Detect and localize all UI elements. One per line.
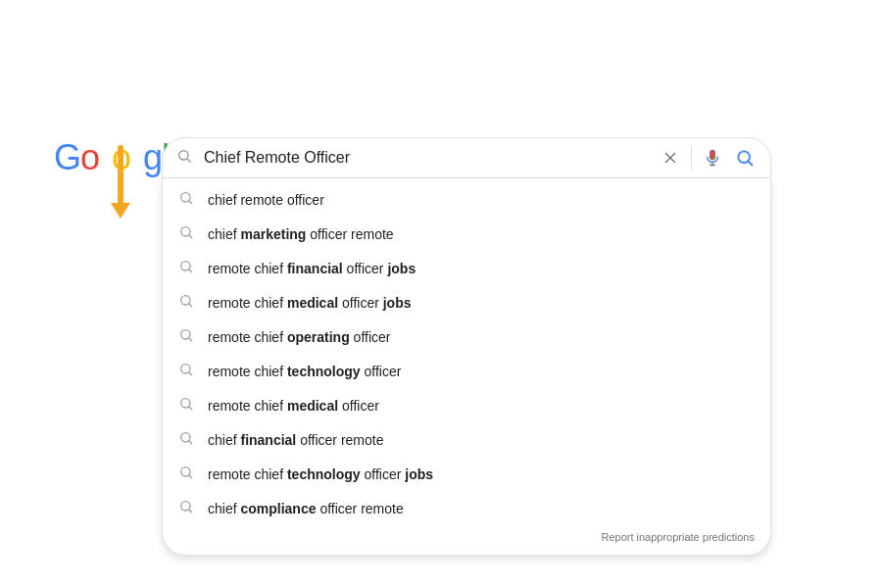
suggestion-3[interactable]: remote chief financial officer jobs (163, 251, 770, 285)
suggestion-search-icon-8 (178, 430, 194, 449)
suggestion-search-icon-1 (178, 190, 194, 209)
search-icon-left (176, 148, 192, 169)
suggestion-search-icon-5 (178, 327, 194, 346)
suggestion-search-icon-9 (178, 465, 194, 483)
suggestion-6[interactable]: remote chief technology officer (163, 354, 770, 388)
suggestion-text-4: remote chief medical officer jobs (208, 295, 412, 311)
suggestion-text-6: remote chief technology officer (208, 364, 401, 379)
suggestion-1[interactable]: chief remote officer (163, 182, 770, 217)
svg-line-3 (187, 159, 190, 162)
suggestion-search-icon-4 (178, 293, 194, 312)
svg-line-21 (189, 372, 192, 375)
search-submit-button[interactable] (733, 146, 757, 170)
suggestion-text-2: chief marketing officer remote (208, 226, 394, 242)
suggestion-text-1: chief remote officer (208, 192, 324, 208)
svg-line-9 (749, 162, 753, 166)
suggestion-7[interactable]: remote chief medical officer (163, 388, 770, 422)
suggestion-9[interactable]: remote chief technology officer jobs (163, 457, 770, 491)
report-link[interactable]: Report inappropriate predictions (163, 525, 770, 551)
logo-o1: o (80, 140, 112, 175)
clear-button[interactable] (660, 147, 681, 169)
svg-line-17 (189, 304, 192, 307)
arrow-shaft (118, 145, 123, 204)
svg-text:o: o (80, 140, 99, 175)
logo-g2: g (143, 137, 162, 178)
svg-line-27 (189, 475, 192, 478)
svg-line-25 (189, 441, 192, 444)
svg-line-19 (189, 338, 192, 341)
divider (691, 146, 692, 170)
svg-line-23 (189, 407, 192, 410)
suggestion-4[interactable]: remote chief medical officer jobs (163, 285, 770, 319)
suggestion-8[interactable]: chief financial officer remote (163, 422, 770, 457)
suggestion-text-7: remote chief medical officer (208, 398, 379, 414)
svg-line-11 (189, 201, 192, 204)
suggestion-5[interactable]: remote chief operating officer (163, 319, 770, 354)
mic-button[interactable] (702, 147, 723, 169)
suggestion-search-icon-2 (178, 224, 194, 243)
suggestion-search-icon-3 (178, 259, 194, 277)
suggestions-dropdown: chief remote officer chief marketing off… (162, 178, 771, 556)
page-wrapper: G o o g l e (0, 0, 882, 588)
search-wrapper: chief remote officer chief marketing off… (162, 137, 771, 556)
search-actions (660, 146, 757, 170)
svg-line-15 (189, 270, 192, 272)
suggestion-search-icon-10 (178, 499, 194, 517)
suggestion-text-8: chief financial officer remote (208, 432, 384, 448)
logo-g: G (54, 137, 80, 178)
arrow-head (111, 203, 130, 219)
svg-line-29 (189, 510, 192, 513)
suggestion-text-10: chief compliance officer remote (208, 501, 404, 516)
suggestion-text-9: remote chief technology officer jobs (208, 466, 433, 482)
suggestion-search-icon-7 (178, 396, 194, 415)
suggestion-10[interactable]: chief compliance officer remote (163, 491, 770, 525)
search-input[interactable] (204, 149, 652, 167)
suggestion-text-3: remote chief financial officer jobs (208, 261, 416, 276)
svg-line-13 (189, 235, 192, 238)
search-box (162, 137, 771, 178)
suggestion-search-icon-6 (178, 362, 194, 380)
suggestion-text-5: remote chief operating officer (208, 329, 390, 345)
suggestion-2[interactable]: chief marketing officer remote (163, 217, 770, 251)
arrow-container (111, 145, 130, 219)
